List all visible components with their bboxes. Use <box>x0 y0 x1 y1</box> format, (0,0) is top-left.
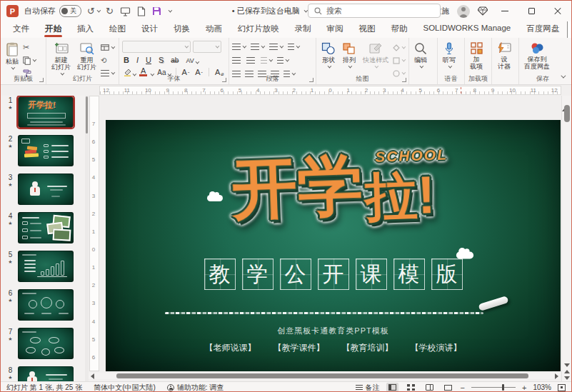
shape-outline-button[interactable] <box>393 56 404 65</box>
drawing-dialog-launcher[interactable] <box>402 78 406 82</box>
save-button[interactable] <box>152 6 161 16</box>
ribbon-tab[interactable]: 切换 <box>166 22 198 37</box>
scroll-down-arrow[interactable] <box>564 363 570 367</box>
bold-button[interactable]: B <box>122 56 131 64</box>
text-direction-button[interactable] <box>277 56 288 65</box>
copy-button[interactable] <box>23 56 35 65</box>
new-document-button[interactable] <box>137 6 146 16</box>
paste-button[interactable]: 粘贴 <box>4 41 21 71</box>
minimize-button[interactable] <box>496 3 514 20</box>
ribbon-tab[interactable]: 动画 <box>198 22 230 37</box>
slide-thumbnail-4[interactable] <box>18 212 74 243</box>
scroll-left-arrow[interactable] <box>91 373 94 379</box>
arrange-button[interactable]: 排列 <box>340 41 358 70</box>
addins-button[interactable]: 加 载项 <box>468 41 485 71</box>
undo-button[interactable]: ↺ <box>87 6 99 16</box>
save-status[interactable]: • 已保存到这台电脑 <box>232 6 306 16</box>
previous-slide-button[interactable] <box>564 370 570 373</box>
text-shadow-button[interactable]: S <box>157 56 165 64</box>
vertical-ruler[interactable]: 76543210123456 <box>89 96 99 371</box>
slide-thumbnail-6[interactable] <box>18 289 74 321</box>
slide-thumbnail-1[interactable]: 开学拉! <box>18 96 74 128</box>
ribbon-tab[interactable]: 视图 <box>351 22 383 37</box>
slide-tag-row[interactable]: 【老师说课】【教学课件】【教育培训】【学校演讲】 <box>106 342 561 354</box>
autosave-control[interactable]: 自动保存 关 <box>24 5 81 17</box>
ribbon-tab[interactable]: 幻灯片放映 <box>230 22 287 37</box>
slide-thumbnail-8[interactable] <box>18 366 74 381</box>
save-to-baidu-button[interactable]: 保存到 百度网盘 <box>522 41 552 71</box>
bullets-button[interactable] <box>232 42 245 51</box>
premium-gem-icon[interactable] <box>478 6 488 16</box>
font-name-select[interactable] <box>122 41 191 53</box>
ribbon-tab[interactable]: 开始 <box>37 22 69 37</box>
ribbon-tab[interactable]: 审阅 <box>319 22 351 37</box>
vertical-scrollbar[interactable] <box>561 96 571 381</box>
horizontal-scroll-thumb[interactable] <box>116 373 528 378</box>
paragraph-dialog-launcher[interactable] <box>309 78 313 82</box>
multilevel-list-button[interactable] <box>269 42 282 51</box>
numbering-button[interactable] <box>251 42 264 51</box>
columns-button[interactable] <box>261 56 271 65</box>
horizontal-ruler[interactable]: 1211109876543210123456789101112 <box>99 86 561 95</box>
notes-button[interactable]: 备注 <box>356 383 380 392</box>
slide-canvas[interactable]: 开学 拉! SCHOOL 教学公开课模版 创意黑板卡通教育类PPT模板 【老师说… <box>106 120 561 371</box>
powerpoint-logo[interactable]: P <box>6 5 19 17</box>
shapes-button[interactable]: 形状 <box>319 41 338 70</box>
font-size-select[interactable] <box>193 41 221 53</box>
strikethrough-button[interactable]: ab <box>169 56 180 64</box>
subtitle-grid-row[interactable]: 教学公开课模版 <box>106 258 561 290</box>
slide-subtitle[interactable]: 创意黑板卡通教育类PPT模板 <box>106 326 561 336</box>
new-slide-button[interactable]: 新建 幻灯片 <box>49 41 73 77</box>
ribbon-tab[interactable]: 设计 <box>134 22 166 37</box>
italic-button[interactable]: I <box>135 56 140 64</box>
character-spacing-button[interactable]: AV <box>184 56 199 64</box>
thumbnail-panel-scrollbar[interactable] <box>85 96 89 381</box>
slide-layout-button[interactable] <box>101 43 114 52</box>
horizontal-scrollbar[interactable] <box>89 373 561 379</box>
redo-button[interactable]: ↻ <box>106 6 114 16</box>
ribbon-tab[interactable]: 绘图 <box>101 22 134 37</box>
autosave-toggle[interactable]: 关 <box>59 5 81 17</box>
title-artwork[interactable]: 开学 拉! SCHOOL <box>203 147 463 248</box>
decrease-indent-button[interactable] <box>232 56 241 65</box>
scroll-right-arrow[interactable] <box>555 373 558 379</box>
slide-thumbnail-3[interactable] <box>18 174 74 205</box>
increase-indent-button[interactable] <box>246 56 255 65</box>
font-dialog-launcher[interactable] <box>222 78 226 82</box>
language-status[interactable]: 简体中文(中国大陆) <box>94 383 156 392</box>
zoom-slider-thumb[interactable] <box>502 384 504 391</box>
slide-thumbnail-7[interactable] <box>18 328 74 359</box>
fit-slide-to-window-button[interactable] <box>558 384 566 391</box>
ribbon-tab[interactable]: 录制 <box>287 22 319 37</box>
qat-overflow-button[interactable] <box>168 8 172 12</box>
avatar[interactable] <box>457 5 470 18</box>
slide-counter[interactable]: 幻灯片 第 1 张, 共 25 张 <box>6 383 82 392</box>
line-spacing-button[interactable] <box>288 42 298 51</box>
reading-view-button[interactable] <box>423 383 436 392</box>
close-button[interactable] <box>548 3 567 20</box>
slideshow-view-button[interactable] <box>442 383 454 392</box>
start-slideshow-button[interactable] <box>120 6 131 16</box>
slide-thumbnail-5[interactable] <box>18 251 74 282</box>
ribbon-tab[interactable]: 帮助 <box>383 22 416 37</box>
zoom-out-button[interactable]: − <box>461 383 465 392</box>
zoom-slider[interactable] <box>471 387 516 388</box>
editing-button[interactable]: 编辑 <box>412 41 429 70</box>
ribbon-tab[interactable]: 百度网盘 <box>518 22 567 37</box>
cut-button[interactable]: ✂ <box>23 43 35 52</box>
ribbon-tab[interactable]: 插入 <box>69 22 101 37</box>
accessibility-status[interactable]: 辅助功能: 调查 <box>167 383 224 392</box>
normal-view-button[interactable] <box>386 383 398 392</box>
slide-thumbnail-2[interactable] <box>18 135 74 166</box>
reuse-slides-button[interactable]: 重用 幻灯片 <box>75 41 99 72</box>
designer-button[interactable]: 设 计器 <box>495 41 513 71</box>
underline-button[interactable]: U <box>144 56 153 64</box>
dictate-button[interactable]: 听写 <box>441 41 458 70</box>
quick-styles-button[interactable]: 快速样式 <box>361 41 391 70</box>
maximize-button[interactable] <box>522 3 541 20</box>
ribbon-tab[interactable]: 文件 <box>5 22 37 37</box>
clipboard-dialog-launcher[interactable] <box>39 78 44 82</box>
search-input[interactable]: 搜索 <box>308 4 441 18</box>
shape-fill-button[interactable] <box>393 43 404 52</box>
zoom-level[interactable]: 103% <box>533 383 551 391</box>
